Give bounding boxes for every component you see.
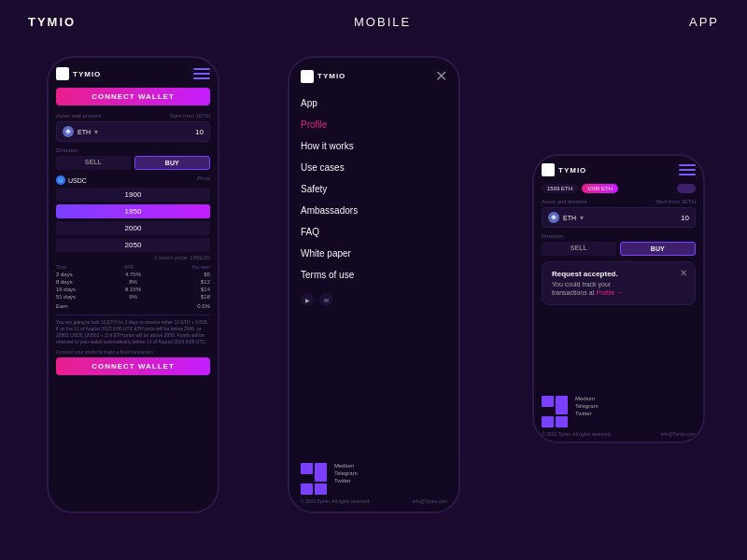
phone-left: TYMIO CONNECT WALLET Asset and amount St…: [47, 56, 219, 513]
notification-banner: Request accepted. You could track yourtr…: [542, 261, 696, 305]
current-price: Current price: 1959.55: [56, 255, 210, 260]
notification-text: You could track yourtransactions at Prof…: [552, 280, 685, 297]
right-footer-bottom: © 2021 Tymio. All rights reserved. info@…: [542, 431, 696, 437]
profile-link[interactable]: Profile →: [596, 289, 623, 296]
right-logo-block-1: [542, 396, 554, 407]
right-footer-logo-blocks: [542, 396, 568, 427]
phone-right: TYMIO 1503 ETH 1000 ETH Asset and amount…: [532, 154, 705, 443]
price-bar[interactable]: 2000: [56, 221, 210, 235]
logo-icon: [56, 67, 69, 80]
logo-block-2: [315, 463, 327, 482]
right-logo-block-2: [556, 396, 568, 414]
right-buy-button[interactable]: BUY: [620, 242, 697, 256]
menu-item[interactable]: Terms of use: [301, 264, 447, 286]
notification-title: Request accepted.: [552, 270, 685, 278]
right-footer-link-twitter[interactable]: Twitter: [575, 411, 599, 416]
menu-item[interactable]: Profile: [301, 114, 447, 135]
menu-item[interactable]: App: [301, 92, 447, 114]
asset-left: ETH ▾: [63, 126, 98, 137]
price-bar[interactable]: 1900: [56, 188, 210, 202]
right-asset-select[interactable]: ETH ▾ 10: [542, 207, 696, 228]
asset-name: ETH: [78, 129, 91, 135]
phone-middle: TYMIO ✕ AppProfileHow it worksUse casesS…: [288, 56, 460, 513]
hamburger-icon[interactable]: [193, 68, 210, 79]
status-pill-2: 1000 ETH: [582, 184, 618, 193]
usdc-text: USDC: [68, 177, 87, 184]
connect-label: Connect your wallet to make a final tran…: [56, 349, 210, 355]
right-email: info@Tymio.com: [661, 431, 696, 437]
menu-item[interactable]: FAQ: [301, 221, 447, 243]
menu-item[interactable]: Use cases: [301, 157, 447, 178]
middle-phone-footer: Medium Telegram Twitter © 2021 Tymio. Al…: [289, 455, 458, 511]
nav-center-label: MOBILE: [354, 15, 411, 29]
notification-close-icon[interactable]: ✕: [680, 268, 687, 278]
menu-social-icons: ▶ ✉: [301, 293, 447, 306]
right-asset-left: ETH ▾: [548, 212, 584, 223]
logo-text: TYMIO: [73, 70, 101, 78]
table-rows: 2 days4.75%$58 days8%$1216 days8.15%$145…: [56, 272, 210, 300]
footer-link-medium[interactable]: Medium: [334, 463, 358, 469]
right-direction-buttons: SELL BUY: [542, 242, 696, 256]
direction-buttons: SELL BUY: [56, 156, 210, 170]
price-bar[interactable]: 2050: [56, 238, 210, 252]
direction-label: Direction: [56, 147, 210, 153]
right-footer-link-medium[interactable]: Medium: [575, 396, 599, 401]
connect-wallet-button-bottom[interactable]: CONNECT WALLET: [56, 357, 210, 375]
logo-text-middle: TYMIO: [317, 72, 345, 80]
earn-value: 0.5%: [197, 303, 210, 309]
right-eth-icon: [548, 212, 559, 223]
social-icon-play[interactable]: ▶: [301, 293, 314, 306]
menu-list: AppProfileHow it worksUse casesSafetyAmb…: [301, 92, 447, 286]
right-direction-label: Direction: [542, 233, 696, 239]
sell-button[interactable]: SELL: [56, 156, 131, 170]
price-bar[interactable]: 1950: [56, 204, 210, 218]
middle-phone-topbar: TYMIO ✕: [301, 67, 447, 85]
menu-item[interactable]: White paper: [301, 243, 447, 264]
menu-item[interactable]: Ambassadors: [301, 200, 447, 221]
right-phone-footer: Medium Telegram Twitter © 2021 Tymio. Al…: [534, 391, 703, 441]
right-logo-block-3: [542, 416, 554, 427]
logo-block-3: [301, 483, 313, 495]
logo-icon-right: [542, 163, 555, 176]
status-pill-1: 1503 ETH: [542, 184, 578, 193]
menu-item[interactable]: How it works: [301, 135, 447, 157]
copyright: © 2021 Tymio. All rights reserved.: [301, 498, 371, 504]
nav-right-label: APP: [689, 15, 719, 29]
right-sell-button[interactable]: SELL: [542, 242, 616, 256]
middle-logo: TYMIO: [301, 70, 345, 83]
email: info@Tymio.com: [413, 498, 447, 504]
footer-link-twitter[interactable]: Twitter: [334, 478, 358, 483]
left-phone-topbar: TYMIO: [56, 67, 210, 80]
top-navigation: TYMIO MOBILE APP: [0, 0, 747, 44]
logo-block-4: [315, 483, 327, 495]
connect-wallet-button[interactable]: CONNECT WALLET: [56, 88, 210, 105]
left-logo: TYMIO: [56, 67, 101, 80]
social-icon-chat[interactable]: ✉: [319, 293, 332, 306]
footer-link-telegram[interactable]: Telegram: [334, 470, 358, 476]
logo-text-right: TYMIO: [558, 166, 586, 175]
right-asset-section-label: Asset and amount Start from 1ETH: [542, 199, 696, 204]
right-copyright: © 2021 Tymio. All rights reserved.: [542, 431, 612, 437]
table-row: 51 days9%$18: [56, 294, 210, 300]
usdc-label: U USDC: [56, 175, 87, 185]
right-footer-link-telegram[interactable]: Telegram: [575, 403, 599, 409]
eth-icon: [63, 126, 74, 137]
hamburger-icon-right[interactable]: [679, 164, 696, 175]
table-row: 8 days8%$12: [56, 279, 210, 285]
right-logo: TYMIO: [542, 163, 586, 176]
close-icon[interactable]: ✕: [435, 67, 447, 85]
right-asset-name: ETH: [563, 215, 576, 221]
right-footer-links: Medium Telegram Twitter: [575, 396, 599, 416]
buy-button[interactable]: BUY: [134, 156, 211, 170]
right-chevron-down-icon: ▾: [580, 214, 584, 222]
toggle-switch[interactable]: [677, 184, 696, 193]
info-text: You are going to lock 10 ETH for 2 days …: [56, 319, 210, 345]
usdc-icon: U: [56, 175, 65, 185]
right-footer-logo-area: Medium Telegram Twitter: [542, 396, 696, 427]
menu-item[interactable]: Safety: [301, 178, 447, 200]
logo-block-1: [301, 463, 313, 474]
footer-logo-blocks: [301, 463, 327, 495]
earn-row: Earn 0.5%: [56, 301, 210, 311]
asset-select[interactable]: ETH ▾ 10: [56, 121, 210, 142]
asset-value: 10: [195, 128, 204, 136]
